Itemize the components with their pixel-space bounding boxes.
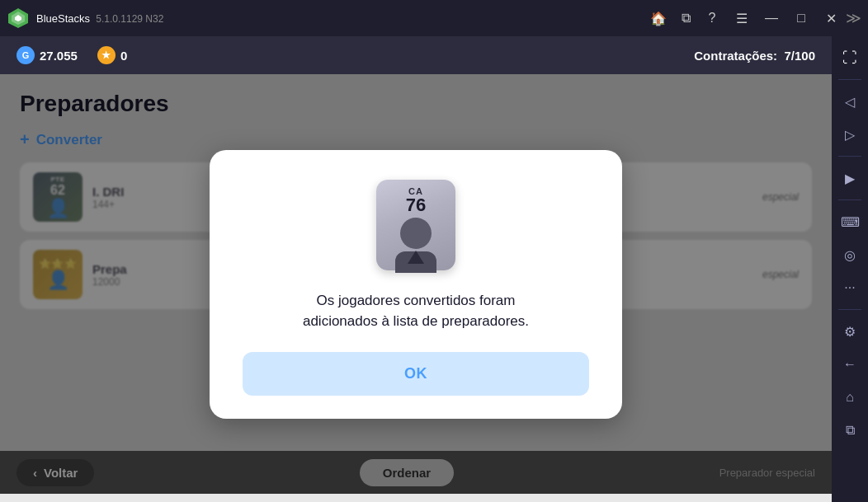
app-title: BlueStacks 5.1.0.1129 N32	[36, 12, 650, 25]
copy-icon[interactable]: ⧉	[682, 11, 691, 26]
dialog-ok-button[interactable]: OK	[243, 352, 589, 396]
contratacoes: Contratações: 7/100	[694, 49, 815, 63]
star-value: 0	[120, 49, 127, 63]
titlebar-nav-icons: 🏠 ⧉	[650, 11, 691, 26]
app-content: G 27.055 ★ 0 Contratações: 7/100 Prepara…	[0, 36, 832, 502]
keyboard-icon[interactable]: ⌨	[835, 207, 865, 237]
main-container: G 27.055 ★ 0 Contratações: 7/100 Prepara…	[0, 36, 868, 502]
cursor-icon[interactable]: ▶	[835, 163, 865, 193]
currency-star: ★ 0	[97, 46, 127, 64]
volume-up-icon[interactable]: ◁	[835, 87, 865, 116]
copy-sidebar-icon[interactable]: ⧉	[835, 415, 865, 445]
minimize-icon[interactable]: —	[763, 11, 780, 26]
fullscreen-icon[interactable]: ⛶	[835, 43, 865, 73]
overlay: CA 76 Os jogadores convertidos foram adi…	[0, 74, 832, 494]
sidebar-toggle-icon[interactable]: ≫	[846, 9, 861, 27]
card-triangle	[408, 251, 424, 264]
help-icon[interactable]: ?	[704, 11, 720, 26]
menu-icon[interactable]: ☰	[734, 11, 750, 26]
titlebar: BlueStacks 5.1.0.1129 N32 🏠 ⧉ ? ☰ — □ ✕ …	[0, 0, 868, 36]
back-sidebar-icon[interactable]: ←	[835, 350, 865, 379]
g-value: 27.055	[40, 49, 78, 63]
right-sidebar: ⛶ ◁ ▷ ▶ ⌨ ◎ ··· ⚙ ← ⌂ ⧉	[832, 36, 868, 502]
g-icon: G	[17, 46, 35, 64]
star-icon: ★	[97, 46, 116, 64]
rotate-icon[interactable]: ◎	[835, 240, 865, 270]
sidebar-sep-4	[838, 309, 861, 310]
dialog-card-icon: CA 76	[376, 180, 455, 270]
page-content: Preparadores + Converter PTE 62 👤 I. DRI…	[0, 74, 832, 494]
currency-g: G 27.055	[17, 46, 78, 64]
close-icon[interactable]: ✕	[823, 11, 839, 26]
home-sidebar-icon[interactable]: ⌂	[835, 382, 865, 412]
sidebar-sep-3	[838, 199, 861, 200]
dialog: CA 76 Os jogadores convertidos foram adi…	[210, 150, 622, 419]
dialog-message: Os jogadores convertidos foram adicionad…	[303, 290, 529, 332]
bluestacks-logo	[7, 7, 30, 30]
sidebar-sep-2	[838, 156, 861, 157]
maximize-icon[interactable]: □	[793, 11, 809, 26]
settings-icon[interactable]: ⚙	[835, 317, 865, 346]
home-icon[interactable]: 🏠	[650, 11, 667, 26]
sidebar-sep-1	[838, 79, 861, 80]
more-icon[interactable]: ···	[835, 273, 865, 303]
top-bar: G 27.055 ★ 0 Contratações: 7/100	[0, 36, 832, 74]
volume-down-icon[interactable]: ▷	[835, 120, 865, 149]
